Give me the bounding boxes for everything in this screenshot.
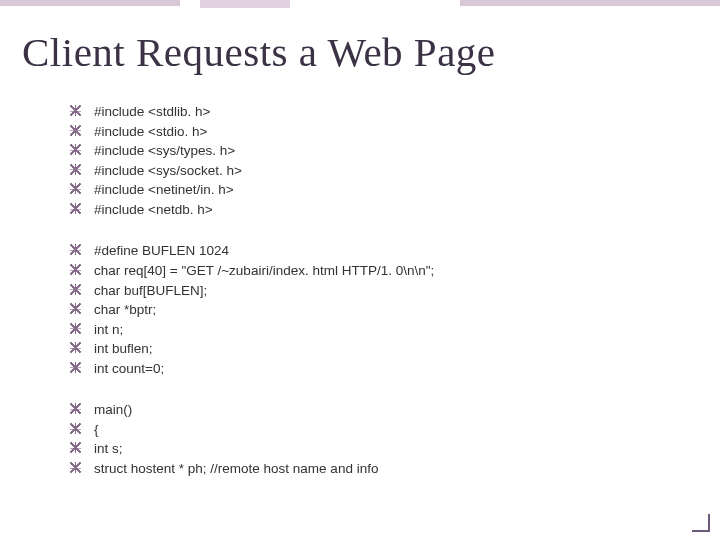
list-item: #include <sys/types. h> <box>70 141 698 161</box>
code-block-2: #define BUFLEN 1024 char req[40] = "GET … <box>70 241 698 378</box>
list-item: #include <netdb. h> <box>70 200 698 220</box>
list-item: #define BUFLEN 1024 <box>70 241 698 261</box>
corner-decoration-icon <box>690 512 710 532</box>
list-item: struct hostent * ph; //remote host name … <box>70 459 698 479</box>
list-item: main() <box>70 400 698 420</box>
list-item: #include <sys/socket. h> <box>70 161 698 181</box>
list-item: int s; <box>70 439 698 459</box>
list-item: int buflen; <box>70 339 698 359</box>
slide-top-border <box>0 0 720 8</box>
list-item: int n; <box>70 320 698 340</box>
list-item: char buf[BUFLEN]; <box>70 281 698 301</box>
slide-body: Client Requests a Web Page #include <std… <box>0 0 720 479</box>
list-item: { <box>70 420 698 440</box>
code-block-3: main() { int s; struct hostent * ph; //r… <box>70 400 698 478</box>
list-item: #include <stdio. h> <box>70 122 698 142</box>
list-item: int count=0; <box>70 359 698 379</box>
list-item: char *bptr; <box>70 300 698 320</box>
code-block-1: #include <stdlib. h> #include <stdio. h>… <box>70 102 698 219</box>
list-item: char req[40] = "GET /~zubairi/index. htm… <box>70 261 698 281</box>
list-item: #include <stdlib. h> <box>70 102 698 122</box>
list-item: #include <netinet/in. h> <box>70 180 698 200</box>
page-title: Client Requests a Web Page <box>22 28 698 76</box>
